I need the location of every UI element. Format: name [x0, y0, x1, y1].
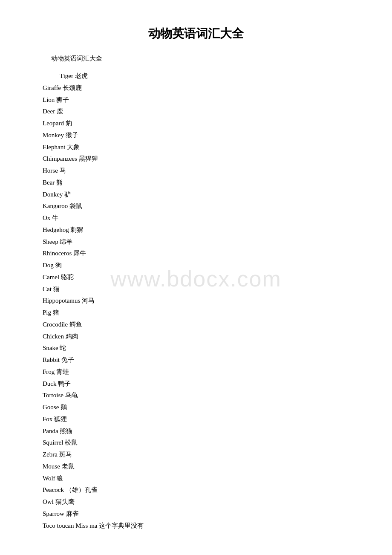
list-item: Sparrow 麻雀 [43, 508, 358, 520]
list-item: Squirrel 松鼠 [43, 437, 358, 449]
list-item: Crocodile 鳄鱼 [43, 319, 358, 331]
list-item: Kangaroo 袋鼠 [43, 200, 358, 212]
list-item: Dog 狗 [43, 260, 358, 272]
list-item: Zebra 斑马 [43, 449, 358, 461]
list-item: Deer 鹿 [43, 106, 358, 118]
list-item: Rhinoceros 犀牛 [43, 248, 358, 260]
list-item: Toco toucan Miss ma 这个字典里没有 [43, 520, 358, 532]
list-item: Horse 马 [43, 165, 358, 177]
list-item: Monkey 猴子 [43, 130, 358, 142]
list-item: Donkey 驴 [43, 189, 358, 201]
list-item: Ox 牛 [43, 212, 358, 224]
list-item: Mouse 老鼠 [43, 461, 358, 473]
subtitle: 动物英语词汇大全 [51, 55, 358, 63]
list-item: Panda 熊猫 [43, 425, 358, 437]
animal-list: Tiger 老虎Giraffe 长颈鹿Lion 狮子Deer 鹿Leopard … [43, 70, 358, 532]
list-item: Owl 猫头鹰 [43, 496, 358, 508]
list-item: Frog 青蛙 [43, 366, 358, 378]
list-item: Rabbit 兔子 [43, 354, 358, 366]
list-item: Wolf 狼 [43, 473, 358, 485]
list-item: Lion 狮子 [43, 94, 358, 106]
list-item: Snake 蛇 [43, 342, 358, 354]
list-item: Fox 狐狸 [43, 413, 358, 425]
list-item: Duck 鸭子 [43, 378, 358, 390]
list-item: Bear 熊 [43, 177, 358, 189]
list-item: Leopard 豹 [43, 118, 358, 130]
list-item: Peacock （雄）孔雀 [43, 484, 358, 496]
list-item: Chimpanzees 黑猩猩 [43, 153, 358, 165]
list-item: Chicken 鸡肉 [43, 331, 358, 343]
page-title: 动物英语词汇大全 [34, 26, 358, 42]
list-item: Pig 猪 [43, 307, 358, 319]
list-item: Tiger 老虎 [60, 70, 358, 82]
list-item: Cat 猫 [43, 283, 358, 295]
list-item: Goose 鹅 [43, 402, 358, 413]
list-item: Camel 骆驼 [43, 272, 358, 283]
list-item: Tortoise 乌龟 [43, 390, 358, 402]
list-item: Hippopotamus 河马 [43, 295, 358, 307]
list-item: Elephant 大象 [43, 142, 358, 153]
page-content: www.bdocx.com 动物英语词汇大全 动物英语词汇大全 Tiger 老虎… [34, 26, 358, 532]
list-item: Hedgehog 刺猬 [43, 224, 358, 236]
list-item: Giraffe 长颈鹿 [43, 82, 358, 94]
list-item: Sheep 绵羊 [43, 236, 358, 248]
